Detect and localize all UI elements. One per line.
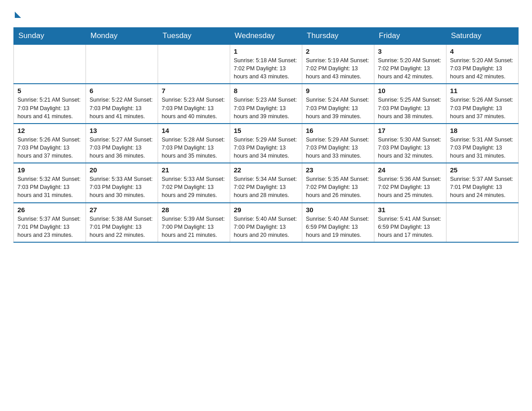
day-info: Sunrise: 5:37 AM Sunset: 7:01 PM Dayligh… xyxy=(17,215,82,239)
day-info: Sunrise: 5:24 AM Sunset: 7:03 PM Dayligh… xyxy=(306,96,370,120)
logo-arrow-icon xyxy=(15,12,21,18)
logo xyxy=(13,9,21,19)
day-number: 2 xyxy=(306,47,370,55)
calendar-table: SundayMondayTuesdayWednesdayThursdayFrid… xyxy=(13,27,519,243)
day-number: 29 xyxy=(234,206,298,214)
day-info: Sunrise: 5:39 AM Sunset: 7:00 PM Dayligh… xyxy=(162,215,226,239)
day-number: 25 xyxy=(450,166,515,174)
day-info: Sunrise: 5:30 AM Sunset: 7:03 PM Dayligh… xyxy=(378,136,442,160)
day-info: Sunrise: 5:25 AM Sunset: 7:03 PM Dayligh… xyxy=(378,96,442,120)
calendar-cell: 15Sunrise: 5:29 AM Sunset: 7:03 PM Dayli… xyxy=(230,124,302,163)
calendar-cell: 9Sunrise: 5:24 AM Sunset: 7:03 PM Daylig… xyxy=(302,84,374,123)
day-info: Sunrise: 5:23 AM Sunset: 7:03 PM Dayligh… xyxy=(234,96,298,120)
calendar-cell: 7Sunrise: 5:23 AM Sunset: 7:03 PM Daylig… xyxy=(158,84,230,123)
calendar-cell: 3Sunrise: 5:20 AM Sunset: 7:02 PM Daylig… xyxy=(374,44,446,84)
day-number: 30 xyxy=(306,206,370,214)
day-info: Sunrise: 5:40 AM Sunset: 7:00 PM Dayligh… xyxy=(234,215,298,239)
day-info: Sunrise: 5:21 AM Sunset: 7:03 PM Dayligh… xyxy=(17,96,82,120)
day-info: Sunrise: 5:26 AM Sunset: 7:03 PM Dayligh… xyxy=(450,96,515,120)
day-number: 24 xyxy=(378,166,442,174)
calendar-week-4: 19Sunrise: 5:32 AM Sunset: 7:03 PM Dayli… xyxy=(14,163,519,202)
day-number: 28 xyxy=(162,206,226,214)
day-info: Sunrise: 5:29 AM Sunset: 7:03 PM Dayligh… xyxy=(306,136,370,160)
day-number: 10 xyxy=(378,87,442,94)
day-info: Sunrise: 5:26 AM Sunset: 7:03 PM Dayligh… xyxy=(17,136,82,160)
weekday-header-saturday: Saturday xyxy=(446,28,519,45)
calendar-week-1: 1Sunrise: 5:18 AM Sunset: 7:02 PM Daylig… xyxy=(14,44,519,84)
calendar-cell: 1Sunrise: 5:18 AM Sunset: 7:02 PM Daylig… xyxy=(230,44,302,84)
calendar-cell: 31Sunrise: 5:41 AM Sunset: 6:59 PM Dayli… xyxy=(374,203,446,242)
day-info: Sunrise: 5:36 AM Sunset: 7:02 PM Dayligh… xyxy=(378,175,442,199)
weekday-header-tuesday: Tuesday xyxy=(158,28,230,45)
calendar-cell: 29Sunrise: 5:40 AM Sunset: 7:00 PM Dayli… xyxy=(230,203,302,242)
calendar-cell: 8Sunrise: 5:23 AM Sunset: 7:03 PM Daylig… xyxy=(230,84,302,123)
day-number: 11 xyxy=(450,87,515,94)
page-header xyxy=(13,9,519,19)
day-number: 6 xyxy=(90,87,154,94)
calendar-cell: 25Sunrise: 5:37 AM Sunset: 7:01 PM Dayli… xyxy=(446,163,519,202)
calendar-cell: 17Sunrise: 5:30 AM Sunset: 7:03 PM Dayli… xyxy=(374,124,446,163)
day-number: 13 xyxy=(90,127,154,134)
calendar-week-5: 26Sunrise: 5:37 AM Sunset: 7:01 PM Dayli… xyxy=(14,203,519,242)
day-info: Sunrise: 5:29 AM Sunset: 7:03 PM Dayligh… xyxy=(234,136,298,160)
calendar-cell: 4Sunrise: 5:20 AM Sunset: 7:03 PM Daylig… xyxy=(446,44,519,84)
calendar-cell: 12Sunrise: 5:26 AM Sunset: 7:03 PM Dayli… xyxy=(14,124,86,163)
calendar-cell xyxy=(446,203,519,242)
day-number: 7 xyxy=(162,87,226,94)
calendar-cell: 22Sunrise: 5:34 AM Sunset: 7:02 PM Dayli… xyxy=(230,163,302,202)
day-number: 5 xyxy=(17,87,82,94)
day-number: 31 xyxy=(378,206,442,214)
calendar-cell: 28Sunrise: 5:39 AM Sunset: 7:00 PM Dayli… xyxy=(158,203,230,242)
weekday-header-thursday: Thursday xyxy=(302,28,374,45)
day-number: 12 xyxy=(17,127,82,134)
day-info: Sunrise: 5:20 AM Sunset: 7:02 PM Dayligh… xyxy=(378,56,442,81)
day-info: Sunrise: 5:32 AM Sunset: 7:03 PM Dayligh… xyxy=(17,175,82,199)
calendar-cell: 20Sunrise: 5:33 AM Sunset: 7:03 PM Dayli… xyxy=(86,163,158,202)
day-number: 15 xyxy=(234,127,298,134)
day-number: 18 xyxy=(450,127,515,134)
day-number: 14 xyxy=(162,127,226,134)
day-number: 20 xyxy=(90,166,154,174)
calendar-cell: 18Sunrise: 5:31 AM Sunset: 7:03 PM Dayli… xyxy=(446,124,519,163)
day-number: 16 xyxy=(306,127,370,134)
day-number: 21 xyxy=(162,166,226,174)
calendar-cell xyxy=(158,44,230,84)
day-number: 19 xyxy=(17,166,82,174)
calendar-cell: 26Sunrise: 5:37 AM Sunset: 7:01 PM Dayli… xyxy=(14,203,86,242)
day-number: 3 xyxy=(378,47,442,55)
calendar-cell: 13Sunrise: 5:27 AM Sunset: 7:03 PM Dayli… xyxy=(86,124,158,163)
calendar-cell xyxy=(86,44,158,84)
day-number: 8 xyxy=(234,87,298,94)
day-number: 1 xyxy=(234,47,298,55)
day-info: Sunrise: 5:40 AM Sunset: 6:59 PM Dayligh… xyxy=(306,215,370,239)
day-info: Sunrise: 5:27 AM Sunset: 7:03 PM Dayligh… xyxy=(90,136,154,160)
calendar-cell: 24Sunrise: 5:36 AM Sunset: 7:02 PM Dayli… xyxy=(374,163,446,202)
day-info: Sunrise: 5:37 AM Sunset: 7:01 PM Dayligh… xyxy=(450,175,515,199)
day-number: 4 xyxy=(450,47,515,55)
day-info: Sunrise: 5:41 AM Sunset: 6:59 PM Dayligh… xyxy=(378,215,442,239)
day-number: 26 xyxy=(17,206,82,214)
weekday-header-monday: Monday xyxy=(86,28,158,45)
weekday-header-friday: Friday xyxy=(374,28,446,45)
calendar-header-row: SundayMondayTuesdayWednesdayThursdayFrid… xyxy=(14,28,519,45)
calendar-cell: 2Sunrise: 5:19 AM Sunset: 7:02 PM Daylig… xyxy=(302,44,374,84)
day-info: Sunrise: 5:28 AM Sunset: 7:03 PM Dayligh… xyxy=(162,136,226,160)
day-number: 23 xyxy=(306,166,370,174)
day-info: Sunrise: 5:20 AM Sunset: 7:03 PM Dayligh… xyxy=(450,56,515,81)
day-number: 22 xyxy=(234,166,298,174)
day-number: 9 xyxy=(306,87,370,94)
calendar-cell: 30Sunrise: 5:40 AM Sunset: 6:59 PM Dayli… xyxy=(302,203,374,242)
day-info: Sunrise: 5:34 AM Sunset: 7:02 PM Dayligh… xyxy=(234,175,298,199)
calendar-cell: 23Sunrise: 5:35 AM Sunset: 7:02 PM Dayli… xyxy=(302,163,374,202)
day-number: 17 xyxy=(378,127,442,134)
day-info: Sunrise: 5:23 AM Sunset: 7:03 PM Dayligh… xyxy=(162,96,226,120)
day-info: Sunrise: 5:35 AM Sunset: 7:02 PM Dayligh… xyxy=(306,175,370,199)
calendar-cell: 19Sunrise: 5:32 AM Sunset: 7:03 PM Dayli… xyxy=(14,163,86,202)
weekday-header-sunday: Sunday xyxy=(14,28,86,45)
day-info: Sunrise: 5:38 AM Sunset: 7:01 PM Dayligh… xyxy=(90,215,154,239)
calendar-cell: 27Sunrise: 5:38 AM Sunset: 7:01 PM Dayli… xyxy=(86,203,158,242)
calendar-cell: 21Sunrise: 5:33 AM Sunset: 7:02 PM Dayli… xyxy=(158,163,230,202)
calendar-cell xyxy=(14,44,86,84)
calendar-cell: 14Sunrise: 5:28 AM Sunset: 7:03 PM Dayli… xyxy=(158,124,230,163)
weekday-header-wednesday: Wednesday xyxy=(230,28,302,45)
